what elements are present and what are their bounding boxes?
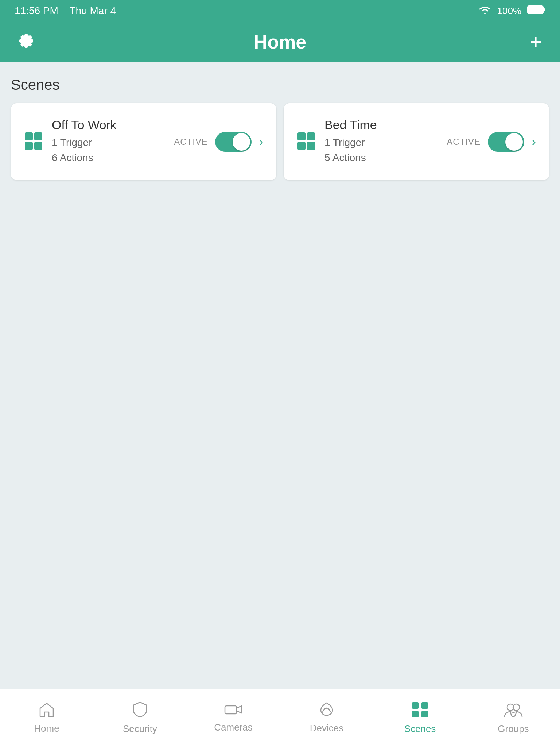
scene-controls-1: ACTIVE › — [174, 132, 263, 152]
scene-card-bed-time[interactable]: Bed Time 1 Trigger 5 Actions ACTIVE › — [284, 103, 549, 180]
wifi-icon — [478, 5, 491, 18]
status-time-date: 11:56 PM Thu Mar 4 — [15, 5, 116, 17]
svg-rect-12 — [421, 702, 428, 709]
security-icon — [133, 701, 147, 720]
scene-actions-2: 5 Actions — [324, 150, 438, 166]
nav-label-devices: Devices — [310, 723, 343, 734]
scene-info-2: Bed Time 1 Trigger 5 Actions — [324, 118, 438, 166]
svg-rect-2 — [25, 132, 33, 140]
groups-icon — [504, 701, 523, 720]
battery-percentage: 100% — [497, 5, 522, 17]
svg-rect-10 — [225, 706, 237, 714]
scene-actions-1: 6 Actions — [52, 150, 165, 166]
nav-item-security[interactable]: Security — [93, 701, 187, 735]
add-button[interactable]: + — [530, 30, 542, 54]
svg-rect-14 — [421, 711, 428, 717]
scene-trigger-2: 1 Trigger — [324, 135, 438, 150]
nav-item-home[interactable]: Home — [0, 702, 93, 734]
scenes-icon — [411, 701, 429, 720]
app-header: Home + — [0, 22, 560, 62]
header-title: Home — [254, 31, 306, 53]
cameras-icon — [224, 703, 242, 718]
devices-icon — [318, 702, 335, 719]
scene-chevron-2[interactable]: › — [532, 134, 536, 150]
nav-item-cameras[interactable]: Cameras — [187, 703, 280, 733]
scenes-list: Off To Work 1 Trigger 6 Actions ACTIVE › — [11, 103, 549, 180]
scenes-section-title: Scenes — [11, 77, 549, 93]
svg-rect-7 — [307, 132, 315, 140]
nav-label-scenes: Scenes — [404, 723, 436, 735]
svg-rect-5 — [34, 142, 42, 150]
svg-rect-4 — [25, 142, 33, 150]
status-indicators: 100% — [478, 5, 546, 18]
nav-item-devices[interactable]: Devices — [280, 702, 373, 734]
scene-controls-2: ACTIVE › — [447, 132, 536, 152]
scene-toggle-1[interactable] — [215, 132, 252, 152]
scene-name-1: Off To Work — [52, 118, 165, 132]
scene-chevron-1[interactable]: › — [259, 134, 263, 150]
status-date: Thu Mar 4 — [69, 5, 116, 16]
scene-status-label-1: ACTIVE — [174, 137, 208, 147]
scene-status-label-2: ACTIVE — [447, 137, 481, 147]
settings-button[interactable] — [18, 31, 36, 53]
nav-item-groups[interactable]: Groups — [467, 701, 560, 735]
svg-rect-8 — [298, 142, 306, 150]
nav-label-security: Security — [123, 723, 157, 735]
svg-rect-6 — [298, 132, 306, 140]
home-icon — [39, 702, 55, 719]
svg-rect-13 — [412, 711, 419, 717]
toggle-knob-1 — [233, 133, 250, 151]
svg-rect-1 — [543, 8, 545, 11]
nav-label-home: Home — [34, 723, 59, 734]
svg-rect-9 — [307, 142, 315, 150]
bottom-navigation: Home Security Cameras Devices — [0, 689, 560, 747]
svg-rect-11 — [412, 702, 419, 709]
nav-item-scenes[interactable]: Scenes — [373, 701, 467, 735]
battery-icon — [527, 5, 545, 17]
status-bar: 11:56 PM Thu Mar 4 100% — [0, 0, 560, 22]
scene-icon-1 — [24, 132, 43, 152]
scene-info-1: Off To Work 1 Trigger 6 Actions — [52, 118, 165, 166]
svg-rect-3 — [34, 132, 42, 140]
scene-card-off-to-work[interactable]: Off To Work 1 Trigger 6 Actions ACTIVE › — [11, 103, 276, 180]
nav-label-cameras: Cameras — [214, 722, 252, 733]
svg-rect-0 — [528, 6, 543, 14]
scene-toggle-2[interactable] — [488, 132, 524, 152]
nav-label-groups: Groups — [498, 723, 529, 735]
scene-name-2: Bed Time — [324, 118, 438, 132]
status-time: 11:56 PM — [15, 5, 58, 16]
scene-icon-2 — [297, 132, 316, 152]
main-content: Scenes Off To Work 1 Trigger 6 Actions A… — [0, 62, 560, 689]
scene-trigger-1: 1 Trigger — [52, 135, 165, 150]
toggle-knob-2 — [505, 133, 523, 151]
